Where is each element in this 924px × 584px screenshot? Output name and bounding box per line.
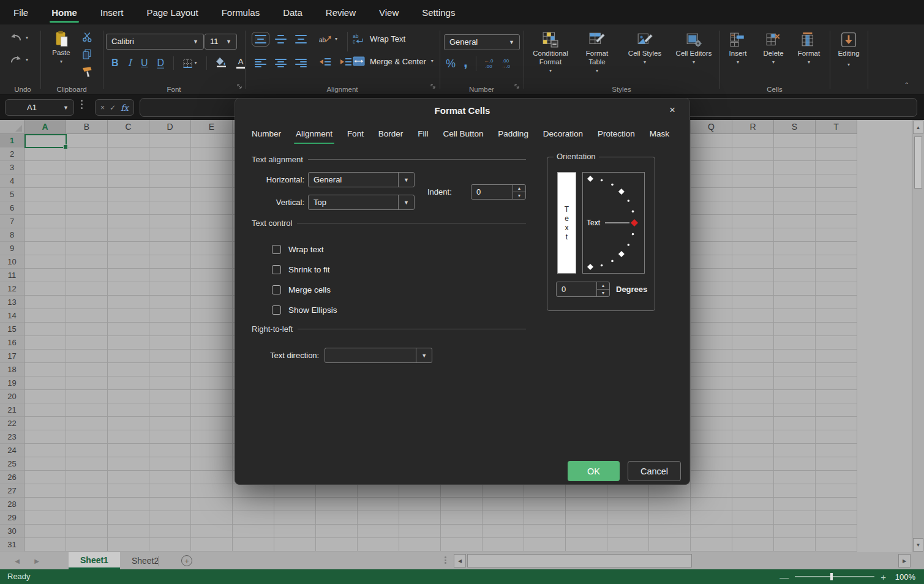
menu-settings[interactable]: Settings: [422, 7, 455, 18]
cell-E10[interactable]: [191, 255, 233, 269]
cell-E4[interactable]: [191, 174, 233, 188]
dialog-tab-number[interactable]: Number: [252, 129, 281, 144]
cell-S21[interactable]: [774, 403, 816, 417]
row-header-16[interactable]: 16: [0, 336, 24, 350]
cell-C21[interactable]: [108, 403, 149, 417]
dialog-tab-border[interactable]: Border: [378, 129, 404, 144]
cell-T25[interactable]: [816, 457, 857, 471]
cell-R15[interactable]: [732, 323, 774, 336]
cell-J28[interactable]: [399, 498, 441, 511]
cell-P28[interactable]: [649, 498, 691, 511]
cell-D20[interactable]: [149, 390, 191, 403]
zoom-out-button[interactable]: —: [779, 572, 789, 582]
vertical-select[interactable]: Top ▼: [308, 195, 415, 210]
cell-C26[interactable]: [108, 471, 149, 484]
editing-button[interactable]: Editing ▾: [833, 32, 865, 67]
row-header-5[interactable]: 5: [0, 188, 24, 201]
cell-S23[interactable]: [774, 430, 816, 444]
delete-cells-caret[interactable]: ▾: [772, 60, 775, 65]
cell-D18[interactable]: [149, 363, 191, 376]
cell-E27[interactable]: [191, 484, 233, 498]
cell-S26[interactable]: [774, 471, 816, 484]
cell-D24[interactable]: [149, 444, 191, 457]
sheet-tab-sheet1[interactable]: Sheet1: [69, 552, 120, 569]
cell-D3[interactable]: [149, 161, 191, 174]
cell-T29[interactable]: [816, 511, 857, 525]
cell-A7[interactable]: [24, 215, 66, 228]
cell-R13[interactable]: [732, 296, 774, 309]
cell-A21[interactable]: [24, 403, 66, 417]
cell-E16[interactable]: [191, 336, 233, 350]
orientation-button[interactable]: ab ▾: [319, 34, 337, 44]
cell-T1[interactable]: [816, 134, 857, 148]
cell-R19[interactable]: [732, 376, 774, 390]
percent-style-button[interactable]: %: [446, 58, 456, 70]
menu-insert[interactable]: Insert: [100, 7, 124, 18]
cell-A27[interactable]: [24, 484, 66, 498]
cell-T6[interactable]: [816, 201, 857, 215]
cell-L27[interactable]: [483, 484, 524, 498]
cell-A31[interactable]: [24, 538, 66, 552]
cell-I28[interactable]: [358, 498, 399, 511]
cell-C24[interactable]: [108, 444, 149, 457]
cell-S30[interactable]: [774, 525, 816, 538]
row-header-27[interactable]: 27: [0, 484, 24, 498]
cell-R14[interactable]: [732, 309, 774, 323]
cell-Q15[interactable]: [691, 323, 732, 336]
cell-T22[interactable]: [816, 417, 857, 430]
underline-button[interactable]: U: [141, 58, 148, 68]
row-header-21[interactable]: 21: [0, 403, 24, 417]
cell-F28[interactable]: [233, 498, 274, 511]
cell-B13[interactable]: [66, 296, 108, 309]
align-center-button[interactable]: [275, 59, 287, 67]
insert-function-icon[interactable]: fx: [121, 103, 129, 113]
cell-L30[interactable]: [483, 525, 524, 538]
cell-G27[interactable]: [274, 484, 316, 498]
cell-Q14[interactable]: [691, 309, 732, 323]
cell-C14[interactable]: [108, 309, 149, 323]
cell-L28[interactable]: [483, 498, 524, 511]
row-header-29[interactable]: 29: [0, 511, 24, 525]
column-header-E[interactable]: E: [191, 120, 233, 134]
cell-editors-button[interactable]: Cell Editors ▾: [670, 32, 717, 65]
cell-R8[interactable]: [732, 228, 774, 242]
cell-Q8[interactable]: [691, 228, 732, 242]
increase-decimal-button[interactable]: ←.0 .00: [484, 58, 494, 69]
redo-dropdown-caret[interactable]: ▾: [26, 58, 28, 62]
cell-E25[interactable]: [191, 457, 233, 471]
collapse-ribbon-button[interactable]: ⌃: [904, 81, 909, 88]
cell-A28[interactable]: [24, 498, 66, 511]
cell-Q4[interactable]: [691, 174, 732, 188]
cell-D17[interactable]: [149, 350, 191, 363]
cell-D26[interactable]: [149, 471, 191, 484]
cell-T14[interactable]: [816, 309, 857, 323]
cell-A5[interactable]: [24, 188, 66, 201]
scroll-up-button[interactable]: ▲: [913, 121, 923, 134]
zoom-in-button[interactable]: +: [881, 572, 886, 582]
cell-Q10[interactable]: [691, 255, 732, 269]
sheet-tab-sheet2[interactable]: Sheet2: [120, 552, 170, 569]
cell-R10[interactable]: [732, 255, 774, 269]
cell-C13[interactable]: [108, 296, 149, 309]
paste-button[interactable]: Paste ▾: [48, 31, 75, 64]
cell-T15[interactable]: [816, 323, 857, 336]
cell-I30[interactable]: [358, 525, 399, 538]
cell-A10[interactable]: [24, 255, 66, 269]
cell-E9[interactable]: [191, 242, 233, 255]
row-header-12[interactable]: 12: [0, 282, 24, 296]
cell-S19[interactable]: [774, 376, 816, 390]
cell-T20[interactable]: [816, 390, 857, 403]
cell-B22[interactable]: [66, 417, 108, 430]
row-header-7[interactable]: 7: [0, 215, 24, 228]
cell-O31[interactable]: [607, 538, 649, 552]
degrees-spinner[interactable]: 0 ▲▼: [556, 282, 610, 297]
cell-B26[interactable]: [66, 471, 108, 484]
cell-C12[interactable]: [108, 282, 149, 296]
cell-A23[interactable]: [24, 430, 66, 444]
cell-D28[interactable]: [149, 498, 191, 511]
cell-R12[interactable]: [732, 282, 774, 296]
cell-S22[interactable]: [774, 417, 816, 430]
cell-B5[interactable]: [66, 188, 108, 201]
menu-formulas[interactable]: Formulas: [222, 7, 260, 18]
cell-B4[interactable]: [66, 174, 108, 188]
